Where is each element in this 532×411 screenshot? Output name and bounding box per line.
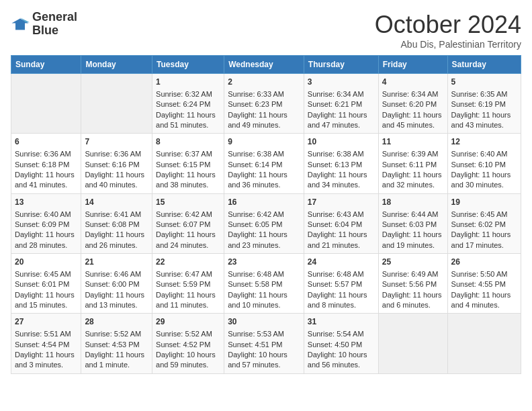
- day-info: Sunset: 6:11 PM: [382, 160, 444, 170]
- day-info: Daylight: 11 hours and 45 minutes.: [382, 110, 444, 131]
- day-info: Sunset: 6:08 PM: [85, 220, 148, 230]
- page-header: General Blue October 2024 Abu Dis, Pales…: [11, 11, 521, 50]
- calendar-cell: 23Sunrise: 6:48 AMSunset: 5:58 PMDayligh…: [224, 254, 304, 314]
- dow-header-friday: Friday: [378, 56, 447, 74]
- day-info: Sunrise: 6:41 AM: [85, 210, 148, 220]
- day-info: Daylight: 10 hours and 59 minutes.: [156, 350, 220, 371]
- calendar-cell: 10Sunrise: 6:38 AMSunset: 6:13 PMDayligh…: [304, 134, 378, 193]
- calendar-cell: 12Sunrise: 6:40 AMSunset: 6:10 PMDayligh…: [447, 134, 521, 193]
- day-info: Daylight: 11 hours and 1 minute.: [85, 350, 148, 371]
- day-info: Daylight: 11 hours and 17 minutes.: [451, 230, 517, 250]
- day-info: Sunset: 6:16 PM: [85, 160, 148, 170]
- day-info: Sunset: 4:51 PM: [228, 340, 300, 350]
- week-row-1: 1Sunrise: 6:32 AMSunset: 6:24 PMDaylight…: [11, 74, 521, 134]
- day-info: Daylight: 11 hours and 41 minutes.: [15, 170, 77, 191]
- day-info: Daylight: 11 hours and 47 minutes.: [308, 110, 375, 131]
- day-number: 25: [382, 257, 444, 268]
- day-info: Sunset: 6:05 PM: [228, 220, 300, 230]
- day-info: Daylight: 11 hours and 6 minutes.: [382, 290, 444, 311]
- day-number: 2: [228, 77, 300, 88]
- day-info: Sunrise: 6:38 AM: [228, 149, 300, 159]
- calendar-cell: [447, 314, 521, 373]
- day-info: Sunrise: 6:33 AM: [228, 89, 300, 99]
- day-info: Daylight: 11 hours and 24 minutes.: [156, 230, 220, 250]
- day-number: 18: [382, 197, 444, 208]
- dow-header-sunday: Sunday: [11, 56, 81, 74]
- day-info: Sunrise: 6:46 AM: [85, 269, 148, 279]
- day-info: Daylight: 11 hours and 40 minutes.: [85, 170, 148, 191]
- day-info: Daylight: 11 hours and 28 minutes.: [15, 230, 77, 250]
- day-info: Daylight: 11 hours and 26 minutes.: [85, 230, 148, 250]
- day-info: Daylight: 11 hours and 11 minutes.: [156, 290, 220, 311]
- calendar-cell: 11Sunrise: 6:39 AMSunset: 6:11 PMDayligh…: [378, 134, 447, 193]
- day-info: Sunrise: 6:43 AM: [308, 210, 375, 220]
- calendar-cell: 25Sunrise: 6:49 AMSunset: 5:56 PMDayligh…: [378, 254, 447, 314]
- calendar-cell: 7Sunrise: 6:36 AMSunset: 6:16 PMDaylight…: [81, 134, 152, 193]
- day-info: Sunrise: 6:35 AM: [451, 89, 517, 99]
- day-info: Sunrise: 6:36 AM: [15, 149, 77, 159]
- day-info: Sunrise: 6:39 AM: [382, 149, 444, 159]
- day-info: Daylight: 11 hours and 8 minutes.: [308, 290, 375, 311]
- title-block: October 2024 Abu Dis, Palestinian Territ…: [375, 11, 521, 50]
- calendar-cell: [11, 74, 81, 134]
- calendar-cell: 31Sunrise: 5:54 AMSunset: 4:50 PMDayligh…: [304, 314, 378, 373]
- day-info: Sunset: 5:57 PM: [308, 279, 375, 289]
- day-info: Sunset: 4:54 PM: [15, 340, 77, 350]
- day-number: 31: [308, 316, 375, 328]
- calendar-cell: 27Sunrise: 5:51 AMSunset: 4:54 PMDayligh…: [11, 314, 81, 373]
- day-info: Sunrise: 6:48 AM: [228, 269, 300, 279]
- calendar-table: SundayMondayTuesdayWednesdayThursdayFrid…: [11, 55, 521, 374]
- day-number: 22: [156, 257, 220, 268]
- day-number: 4: [382, 77, 444, 88]
- calendar-cell: 16Sunrise: 6:42 AMSunset: 6:05 PMDayligh…: [224, 193, 304, 253]
- day-info: Sunset: 6:14 PM: [228, 160, 300, 170]
- logo: General Blue: [11, 11, 77, 38]
- calendar-cell: 26Sunrise: 5:50 AMSunset: 4:55 PMDayligh…: [447, 254, 521, 314]
- day-info: Sunrise: 5:54 AM: [308, 329, 375, 339]
- day-info: Sunset: 6:24 PM: [156, 99, 220, 109]
- calendar-cell: [81, 74, 152, 134]
- day-info: Sunset: 4:55 PM: [451, 279, 517, 289]
- day-info: Sunrise: 5:52 AM: [156, 329, 220, 339]
- day-info: Daylight: 11 hours and 38 minutes.: [156, 170, 220, 191]
- logo-text: General Blue: [32, 11, 77, 38]
- calendar-cell: 14Sunrise: 6:41 AMSunset: 6:08 PMDayligh…: [81, 193, 152, 253]
- day-number: 15: [156, 197, 220, 208]
- calendar-cell: 30Sunrise: 5:53 AMSunset: 4:51 PMDayligh…: [224, 314, 304, 373]
- calendar-cell: 15Sunrise: 6:42 AMSunset: 6:07 PMDayligh…: [152, 193, 224, 253]
- day-info: Daylight: 11 hours and 3 minutes.: [15, 350, 77, 371]
- calendar-cell: 17Sunrise: 6:43 AMSunset: 6:04 PMDayligh…: [304, 193, 378, 253]
- day-number: 3: [308, 77, 375, 88]
- day-info: Daylight: 11 hours and 13 minutes.: [85, 290, 148, 311]
- day-info: Sunrise: 6:49 AM: [382, 269, 444, 279]
- day-number: 24: [308, 257, 375, 268]
- day-info: Daylight: 11 hours and 4 minutes.: [451, 290, 517, 311]
- day-info: Sunrise: 6:36 AM: [85, 149, 148, 159]
- day-info: Sunset: 6:18 PM: [15, 160, 77, 170]
- day-info: Daylight: 11 hours and 10 minutes.: [228, 290, 300, 311]
- day-number: 17: [308, 197, 375, 208]
- day-info: Sunset: 6:00 PM: [85, 279, 148, 289]
- day-info: Sunrise: 6:40 AM: [15, 210, 77, 220]
- day-info: Daylight: 11 hours and 30 minutes.: [451, 170, 517, 191]
- day-info: Sunrise: 6:34 AM: [382, 89, 444, 99]
- day-info: Daylight: 11 hours and 49 minutes.: [228, 110, 300, 131]
- day-info: Sunset: 6:13 PM: [308, 160, 375, 170]
- day-number: 29: [156, 316, 220, 328]
- day-info: Sunrise: 6:44 AM: [382, 210, 444, 220]
- day-info: Sunrise: 6:48 AM: [308, 269, 375, 279]
- day-info: Sunset: 6:01 PM: [15, 279, 77, 289]
- day-info: Sunset: 6:03 PM: [382, 220, 444, 230]
- day-number: 10: [308, 136, 375, 148]
- day-info: Sunset: 6:04 PM: [308, 220, 375, 230]
- calendar-cell: [378, 314, 447, 373]
- calendar-cell: 19Sunrise: 6:45 AMSunset: 6:02 PMDayligh…: [447, 193, 521, 253]
- calendar-cell: 22Sunrise: 6:47 AMSunset: 5:59 PMDayligh…: [152, 254, 224, 314]
- day-number: 16: [228, 197, 300, 208]
- day-info: Sunrise: 6:47 AM: [156, 269, 220, 279]
- day-info: Sunrise: 6:42 AM: [156, 210, 220, 220]
- day-info: Sunset: 6:21 PM: [308, 99, 375, 109]
- calendar-cell: 28Sunrise: 5:52 AMSunset: 4:53 PMDayligh…: [81, 314, 152, 373]
- calendar-cell: 3Sunrise: 6:34 AMSunset: 6:21 PMDaylight…: [304, 74, 378, 134]
- day-info: Daylight: 11 hours and 51 minutes.: [156, 110, 220, 131]
